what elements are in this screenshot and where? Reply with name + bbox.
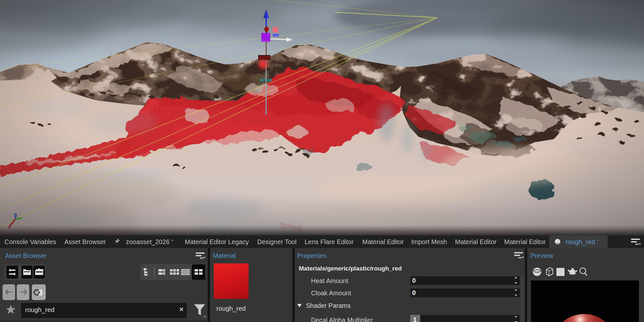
svg-text:3: 3: [38, 288, 43, 297]
